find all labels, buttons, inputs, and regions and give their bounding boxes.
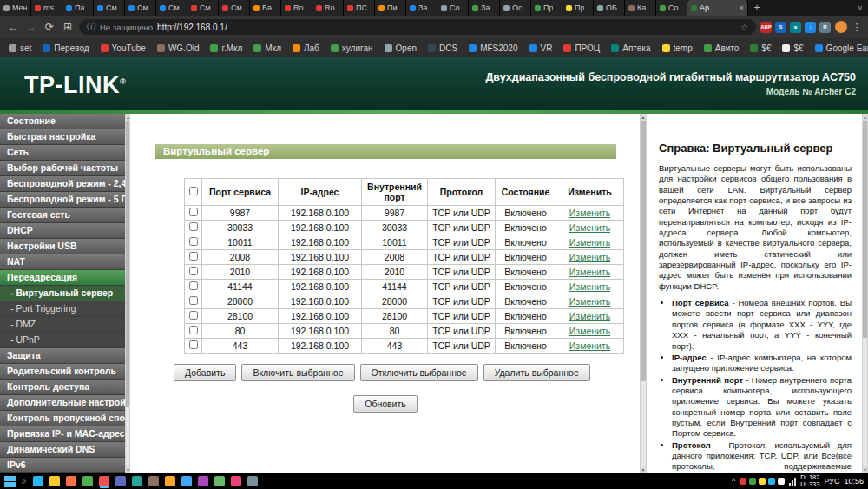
extension-icon[interactable]: в: [790, 22, 801, 33]
sidebar-item[interactable]: Защита: [0, 348, 125, 364]
browser-tab[interactable]: Ар ×: [687, 0, 748, 16]
taskbar-app-icon[interactable]: [198, 476, 208, 486]
browser-tab[interactable]: ms: [31, 0, 62, 16]
taskbar-app-icon[interactable]: [214, 476, 225, 486]
sidebar-item[interactable]: Быстрая настройка: [0, 129, 125, 145]
bookmark-item[interactable]: Open: [385, 43, 417, 53]
sidebar-item[interactable]: Настройки USB: [0, 239, 125, 254]
action-button[interactable]: Включить выбранное: [241, 364, 354, 381]
edit-link[interactable]: Изменить: [569, 311, 610, 321]
browser-tab[interactable]: См: [219, 0, 250, 16]
edit-link[interactable]: Изменить: [569, 252, 610, 262]
browser-tab[interactable]: Пр: [531, 0, 562, 16]
browser-tab[interactable]: Ro: [312, 0, 344, 16]
extension-icon[interactable]: ↓: [805, 22, 816, 33]
bookmark-item[interactable]: WG.Old: [157, 43, 200, 53]
tray-app-icon[interactable]: [778, 478, 785, 485]
browser-tab[interactable]: Пи: [375, 0, 406, 16]
back-icon[interactable]: ←: [6, 21, 20, 33]
reload-icon[interactable]: ⟳: [43, 21, 56, 33]
main-scrollbar[interactable]: ▲▼: [640, 114, 647, 473]
edit-link[interactable]: Изменить: [569, 296, 610, 307]
sidebar-item[interactable]: Сеть: [0, 145, 125, 161]
browser-tab[interactable]: Ка: [625, 0, 656, 16]
bookmark-item[interactable]: set: [9, 43, 31, 53]
taskbar-app-icon[interactable]: [99, 476, 109, 486]
taskbar-app-icon[interactable]: [33, 476, 43, 486]
network-icon[interactable]: [789, 478, 796, 486]
sidebar-item[interactable]: DHCP: [0, 223, 125, 239]
taskbar-app-icon[interactable]: [82, 476, 93, 486]
taskbar-app-icon[interactable]: [132, 476, 142, 486]
taskbar-app-icon[interactable]: [115, 476, 126, 486]
security-badge[interactable]: Не защищено: [100, 23, 153, 32]
browser-tab[interactable]: Ба: [250, 0, 281, 16]
row-checkbox[interactable]: [189, 252, 198, 261]
row-checkbox[interactable]: [189, 326, 198, 334]
browser-tab[interactable]: См: [156, 0, 187, 16]
edit-link[interactable]: Изменить: [569, 208, 610, 218]
sidebar-item[interactable]: NAT: [0, 254, 125, 270]
bookmark-item[interactable]: Аптека: [611, 43, 650, 53]
help-scrollbar[interactable]: ▲▼: [862, 114, 868, 473]
security-info-icon[interactable]: ⓘ: [87, 21, 95, 33]
row-checkbox[interactable]: [189, 340, 198, 349]
browser-tab[interactable]: См: [125, 0, 156, 16]
bookmark-item[interactable]: temp: [662, 43, 693, 53]
sidebar-item[interactable]: Родительский контроль: [0, 364, 125, 380]
action-button[interactable]: Удалить выбранное: [483, 364, 590, 381]
start-button-icon[interactable]: [4, 476, 16, 487]
sidebar-item[interactable]: - DMZ: [0, 317, 125, 333]
edit-link[interactable]: Изменить: [569, 326, 610, 336]
taskbar-app-icon[interactable]: [231, 476, 241, 486]
tray-app-icon[interactable]: [749, 478, 756, 485]
action-button[interactable]: Отключить выбранное: [360, 364, 478, 381]
sidebar-item[interactable]: Переадресация: [0, 270, 125, 286]
browser-tab[interactable]: Пр: [562, 0, 594, 16]
browser-tab[interactable]: За: [469, 0, 500, 16]
sidebar-item[interactable]: Контроль доступа: [0, 380, 125, 395]
sidebar-item[interactable]: - UPnP: [0, 333, 125, 348]
taskbar-app-icon[interactable]: [148, 476, 159, 486]
new-tab-button[interactable]: +: [748, 0, 766, 16]
net-speed-widget[interactable]: D: 182 U: 333: [800, 474, 819, 488]
clock[interactable]: 10:56: [844, 477, 864, 486]
tab-close-icon[interactable]: ×: [740, 4, 744, 12]
tab-search-icon[interactable]: ∨: [852, 0, 868, 16]
row-checkbox[interactable]: [189, 237, 198, 246]
bookmark-item[interactable]: Авито: [704, 43, 740, 53]
language-indicator[interactable]: РУС: [824, 477, 839, 486]
taskbar-app-icon[interactable]: [66, 476, 76, 486]
edit-link[interactable]: Изменить: [569, 222, 610, 233]
bookmark-item[interactable]: г.Мкл: [210, 43, 242, 53]
bookmark-item[interactable]: $€: [750, 43, 771, 53]
bookmark-item[interactable]: ПРОЦ: [563, 43, 600, 53]
sidebar-item[interactable]: Привязка IP- и MAC-адресов: [0, 426, 125, 442]
sidebar-item[interactable]: Беспроводной режим - 5 ГГц: [0, 192, 125, 208]
row-checkbox[interactable]: [189, 311, 198, 320]
bookmark-item[interactable]: Перевод: [43, 43, 89, 53]
bookmark-item[interactable]: VR: [529, 43, 553, 53]
profile-avatar[interactable]: [835, 21, 847, 33]
taskbar-app-icon[interactable]: [49, 476, 60, 486]
row-checkbox[interactable]: [189, 222, 198, 231]
refresh-button[interactable]: Обновить: [353, 395, 418, 413]
browser-tab[interactable]: Меню: [0, 0, 31, 16]
address-bar[interactable]: ⓘ Не защищено http://192.168.0.1/ ☆: [79, 19, 756, 35]
tray-app-icon[interactable]: [768, 478, 775, 485]
sidebar-item[interactable]: Состояние: [0, 114, 125, 129]
extension-icon[interactable]: П: [819, 22, 831, 33]
extension-icon[interactable]: ABP: [760, 22, 772, 33]
bookmark-item[interactable]: хулиган: [331, 43, 373, 53]
browser-tab[interactable]: Ro: [281, 0, 312, 16]
taskbar-app-icon[interactable]: [165, 476, 175, 486]
edit-link[interactable]: Изменить: [569, 281, 610, 292]
browser-tab[interactable]: См: [94, 0, 125, 16]
select-all-checkbox[interactable]: [189, 187, 198, 195]
apps-grid-icon[interactable]: ⊞: [61, 21, 75, 33]
edit-link[interactable]: Изменить: [569, 237, 610, 248]
tray-expand-icon[interactable]: ^: [732, 477, 735, 486]
row-checkbox[interactable]: [189, 281, 198, 290]
sidebar-item[interactable]: Беспроводной режим - 2,4 ГГц: [0, 176, 125, 192]
browser-tab[interactable]: Па: [62, 0, 94, 16]
